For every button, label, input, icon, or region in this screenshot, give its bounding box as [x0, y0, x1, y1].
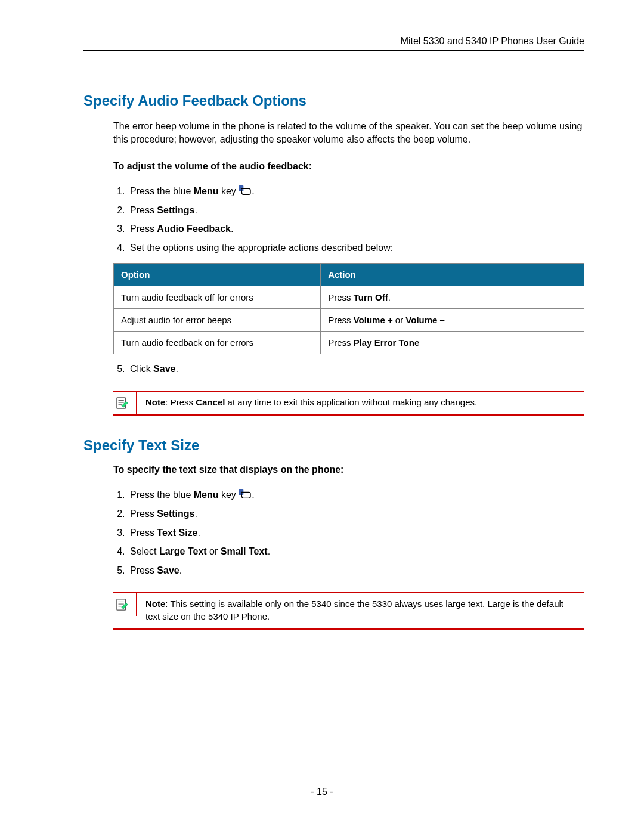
steps-audio-feedback-cont: Click Save. [113, 360, 584, 379]
step-text: . [194, 205, 197, 215]
table-cell-action: Press Turn Off. [321, 286, 584, 308]
cell-text: Press [328, 315, 354, 325]
step-bold: Small Text [221, 546, 268, 556]
note-icon [116, 598, 129, 611]
note-label: Note [145, 599, 165, 609]
table-header-option: Option [114, 263, 321, 286]
step-text: key [219, 186, 239, 196]
step-bold: Menu [194, 186, 219, 196]
step-bold: Save [153, 364, 175, 374]
steps-audio-feedback: Press the blue Menu key . Press Settings… [113, 182, 584, 258]
step-text: . [252, 490, 254, 500]
note-body-text: : Press [165, 397, 196, 407]
step-bold: Menu [194, 490, 219, 500]
table-cell-action: Press Volume + or Volume – [321, 308, 584, 331]
table-cell-option: Turn audio feedback off for errors [114, 286, 321, 308]
step-text: Press the blue [130, 490, 194, 500]
step-text: Press [130, 509, 157, 519]
step-5: Click Save. [128, 360, 584, 379]
step-3: Press Text Size. [128, 524, 584, 543]
step-bold: Settings [157, 205, 194, 215]
note-label: Note [145, 397, 165, 407]
step-text: . [175, 364, 178, 374]
step-1: Press the blue Menu key . [128, 486, 584, 505]
cell-text: . [388, 292, 391, 302]
step-2: Press Settings. [128, 202, 584, 221]
table-row: Adjust audio for error beeps Press Volum… [114, 308, 584, 331]
heading-audio-feedback: Specify Audio Feedback Options [83, 92, 584, 109]
step-text: or [207, 546, 221, 556]
cell-bold: Play Error Tone [354, 337, 420, 348]
options-table: Option Action Turn audio feedback off fo… [113, 263, 584, 354]
note-block: Note: This setting is available only on … [113, 592, 584, 630]
table-header-action: Action [321, 263, 584, 286]
step-bold: Text Size [157, 528, 197, 538]
heading-text-size: Specify Text Size [83, 437, 584, 454]
step-text: Press [130, 565, 157, 575]
step-text: . [231, 224, 233, 234]
cell-bold: Volume + [354, 315, 393, 325]
note-icon-cell [113, 593, 137, 616]
note-block: Note: Press Cancel at any time to exit t… [113, 391, 584, 416]
step-text: . [179, 565, 182, 575]
step-text: key [219, 490, 239, 500]
note-body-text: at any time to exit this application wit… [225, 397, 477, 407]
step-text: . [268, 546, 270, 556]
cell-bold: Volume – [405, 315, 445, 325]
table-row: Turn audio feedback off for errors Press… [114, 286, 584, 308]
table-cell-option: Adjust audio for error beeps [114, 308, 321, 331]
table-cell-option: Turn audio feedback on for errors [114, 331, 321, 354]
cell-text: Press [328, 337, 354, 348]
step-4: Select Large Text or Small Text. [128, 543, 584, 562]
cell-text: or [393, 315, 406, 325]
steps-text-size: Press the blue Menu key . Press Settings… [113, 486, 584, 580]
note-icon [116, 397, 129, 410]
step-text: . [194, 509, 197, 519]
note-body-text: : This setting is available only on the … [145, 599, 564, 621]
menu-key-icon [239, 185, 252, 196]
step-4: Set the options using the appropriate ac… [128, 239, 584, 258]
menu-key-icon [239, 489, 252, 500]
subhead-specify-text-size: To specify the text size that displays o… [113, 465, 584, 475]
step-text: Press the blue [130, 186, 194, 196]
step-text: Press [130, 205, 157, 215]
intro-paragraph: The error beep volume in the phone is re… [113, 120, 584, 145]
running-header: Mitel 5330 and 5340 IP Phones User Guide [83, 36, 584, 51]
step-text: Press [130, 224, 157, 234]
step-text: . [252, 186, 254, 196]
note-text: Note: Press Cancel at any time to exit t… [137, 392, 584, 414]
step-text: Press [130, 528, 157, 538]
subhead-adjust-volume: To adjust the volume of the audio feedba… [113, 161, 584, 172]
step-bold: Large Text [159, 546, 207, 556]
step-text: Select [130, 546, 159, 556]
step-1: Press the blue Menu key . [128, 182, 584, 202]
note-icon-cell [113, 392, 137, 414]
note-bold: Cancel [196, 397, 225, 407]
table-cell-action: Press Play Error Tone [321, 331, 584, 354]
step-text: . [198, 528, 200, 538]
step-2: Press Settings. [128, 505, 584, 524]
table-row: Turn audio feedback on for errors Press … [114, 331, 584, 354]
step-text: Click [130, 364, 153, 374]
cell-bold: Turn Off [354, 292, 388, 302]
step-bold: Settings [157, 509, 194, 519]
cell-text: Press [328, 292, 354, 302]
step-5: Press Save. [128, 562, 584, 581]
step-bold: Save [157, 565, 179, 575]
step-bold: Audio Feedback [157, 224, 231, 234]
note-text: Note: This setting is available only on … [137, 593, 584, 628]
step-3: Press Audio Feedback. [128, 220, 584, 239]
page-number: - 15 - [0, 786, 644, 797]
